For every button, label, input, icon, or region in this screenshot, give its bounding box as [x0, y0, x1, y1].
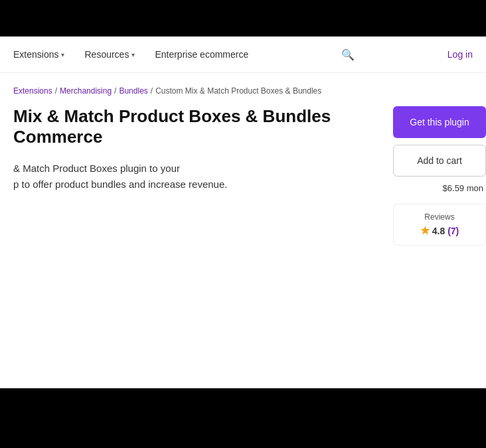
price-text: $6.59 mon: [393, 183, 486, 193]
reviews-label: Reviews: [402, 212, 477, 222]
breadcrumb-sep-1: /: [55, 86, 57, 96]
content-area: Extensions ▾ Resources ▾ Enterprise ecom…: [0, 37, 486, 388]
nav-extensions-label: Extensions: [13, 49, 58, 60]
top-bar: [0, 0, 486, 37]
login-link[interactable]: Log in: [447, 49, 473, 60]
product-title-line2: Commerce: [13, 127, 102, 147]
product-description: & Match Product Boxes plugin to your p t…: [13, 161, 380, 192]
search-icon[interactable]: 🔍: [341, 48, 355, 61]
add-to-cart-button[interactable]: Add to cart: [393, 145, 486, 177]
rating-value: 4.8: [432, 226, 445, 236]
description-line2: p to offer product bundles and increase …: [13, 179, 227, 190]
left-section: Extensions / Merchandising / Bundles / C…: [13, 86, 380, 388]
nav-resources-label: Resources: [84, 49, 129, 60]
reviews-count: (7): [447, 226, 459, 236]
breadcrumb-bundles[interactable]: Bundles: [119, 86, 147, 96]
description-line1: & Match Product Boxes plugin to your: [13, 163, 180, 174]
right-section: Get this plugin Add to cart $6.59 mon Re…: [393, 86, 486, 388]
nav-extensions[interactable]: Extensions ▾: [13, 49, 64, 60]
breadcrumb-merchandising[interactable]: Merchandising: [60, 86, 112, 96]
get-plugin-button[interactable]: Get this plugin: [393, 106, 486, 138]
navigation: Extensions ▾ Resources ▾ Enterprise ecom…: [0, 37, 486, 73]
nav-enterprise[interactable]: Enterprise ecommerce: [155, 49, 248, 60]
resources-chevron-icon: ▾: [131, 51, 135, 58]
breadcrumb: Extensions / Merchandising / Bundles / C…: [13, 86, 380, 96]
breadcrumb-current: Custom Mix & Match Product Boxes & Bundl…: [155, 86, 321, 96]
star-icon: ★: [420, 224, 430, 237]
product-title: Mix & Match Product Boxes & Bundles Comm…: [13, 106, 380, 147]
reviews-rating: ★ 4.8 (7): [402, 224, 477, 237]
product-title-line1: Mix & Match Product Boxes & Bundles: [13, 106, 331, 126]
page-body: Extensions / Merchandising / Bundles / C…: [0, 73, 486, 388]
breadcrumb-extensions[interactable]: Extensions: [13, 86, 52, 96]
main-container: Extensions ▾ Resources ▾ Enterprise ecom…: [0, 0, 486, 448]
login-label: Log in: [447, 49, 473, 60]
bottom-bar: [0, 388, 486, 448]
breadcrumb-sep-2: /: [114, 86, 116, 96]
reviews-box: Reviews ★ 4.8 (7): [393, 204, 486, 246]
breadcrumb-sep-3: /: [151, 86, 153, 96]
extensions-chevron-icon: ▾: [61, 51, 64, 58]
nav-resources[interactable]: Resources ▾: [84, 49, 135, 60]
nav-enterprise-label: Enterprise ecommerce: [155, 49, 248, 60]
